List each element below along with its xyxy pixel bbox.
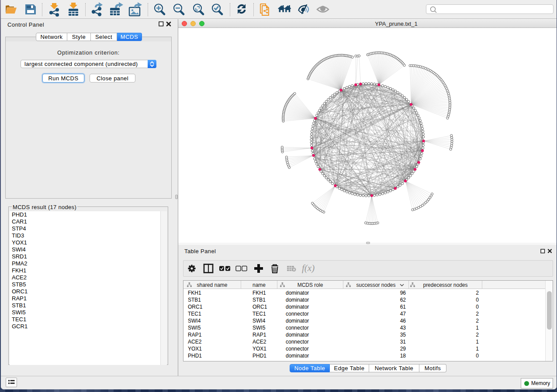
svg-text:f(x): f(x) [302, 263, 315, 273]
